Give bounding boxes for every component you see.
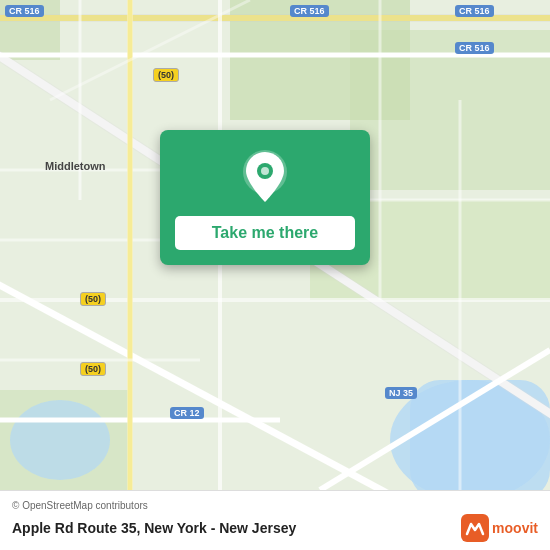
road-label-50-1: (50) <box>153 68 179 82</box>
moovit-icon <box>461 514 489 542</box>
road-label-50-3: (50) <box>80 362 106 376</box>
road-label-cr516-2: CR 516 <box>290 5 329 17</box>
city-label-middletown: Middletown <box>45 160 106 172</box>
road-label-nj35: NJ 35 <box>385 387 417 399</box>
location-text: Apple Rd Route 35, New York - New Jersey <box>12 520 296 536</box>
take-me-there-button[interactable]: Take me there <box>175 216 355 250</box>
road-label-cr516-3: CR 516 <box>455 5 494 17</box>
bottom-bar: © OpenStreetMap contributors Apple Rd Ro… <box>0 490 550 550</box>
moovit-text: moovit <box>492 520 538 536</box>
map-container: CR 516 CR 516 CR 516 CR 516 (50) (50) (5… <box>0 0 550 490</box>
attribution-text: © OpenStreetMap contributors <box>12 500 538 511</box>
moovit-logo: moovit <box>461 514 538 542</box>
svg-point-30 <box>261 167 269 175</box>
svg-point-7 <box>10 400 110 480</box>
road-label-cr12: CR 12 <box>170 407 204 419</box>
road-label-50-2: (50) <box>80 292 106 306</box>
road-label-cr516-1: CR 516 <box>5 5 44 17</box>
road-label-cr516-4: CR 516 <box>455 42 494 54</box>
take-me-there-overlay: Take me there <box>160 130 370 265</box>
location-row: Apple Rd Route 35, New York - New Jersey… <box>12 514 538 542</box>
location-pin-icon <box>243 150 287 206</box>
